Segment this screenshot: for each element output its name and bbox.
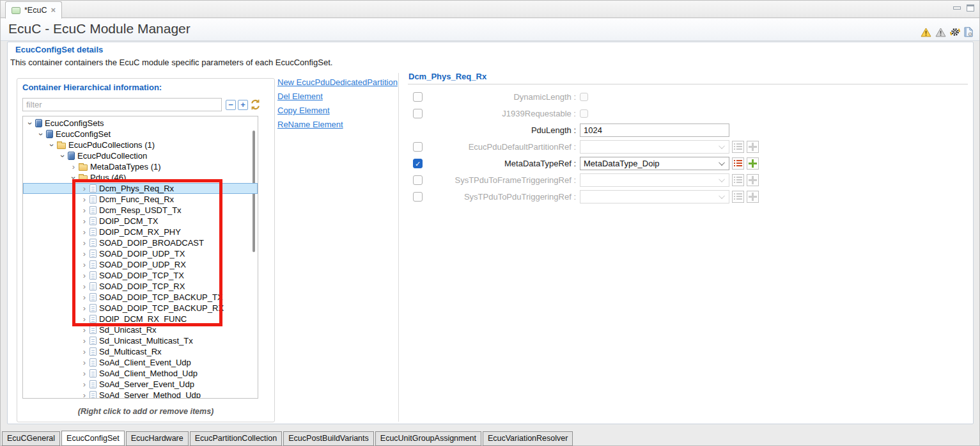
enable-checkbox-checked[interactable] <box>413 159 423 168</box>
collapse-arrow-icon[interactable]: › <box>26 119 35 128</box>
enable-checkbox[interactable] <box>413 109 423 118</box>
section-title: EcucConfigSet details <box>15 45 103 54</box>
chevron-down-icon <box>719 159 725 166</box>
tab-ecucgeneral[interactable]: EcuCGeneral <box>2 431 60 446</box>
tree[interactable]: ›EcucConfigSets›EcucConfigSet›EcucPduCol… <box>22 116 258 399</box>
expand-arrow-icon[interactable]: › <box>80 282 89 291</box>
tree-item-pdus-46[interactable]: ›Pdus (46) <box>23 172 258 183</box>
tree-item-soad-doip-udp-rx[interactable]: ›SOAD_DOIP_UDP_RX <box>23 259 258 270</box>
maximize-icon[interactable] <box>967 4 974 12</box>
enable-checkbox[interactable] <box>413 175 423 185</box>
tree-item-dcm-resp-usdt-tx[interactable]: ›Dcm_Resp_USDT_Tx <box>23 205 258 216</box>
expand-arrow-icon[interactable]: › <box>80 391 89 399</box>
dropdown-metadatatyperef[interactable]: MetaDataType_Doip <box>580 157 729 170</box>
collapse-arrow-icon[interactable]: › <box>47 141 56 150</box>
enable-checkbox[interactable] <box>413 192 423 202</box>
field-control <box>580 123 729 137</box>
expand-arrow-icon[interactable]: › <box>80 239 89 248</box>
tree-item-doip-dcm-rx-func[interactable]: ›DOIP_DCM_RX_FUNC <box>23 314 258 324</box>
minimize-icon[interactable] <box>953 6 961 10</box>
link-new-ecucpdudedicatedpartition[interactable]: New EcucPduDedicatedPartition <box>277 77 402 87</box>
field-input-pdulength[interactable] <box>580 123 729 137</box>
editor-tab-ecuc[interactable]: *EcuC × <box>5 1 62 19</box>
tree-item-ecucconfigset[interactable]: ›EcucConfigSet <box>23 129 258 139</box>
field-label: SysTPduToFrameTriggeringRef : <box>430 175 576 185</box>
value-checkbox[interactable] <box>580 109 588 118</box>
warning-gray-icon[interactable] <box>935 28 946 37</box>
add-reference-button[interactable] <box>747 157 759 170</box>
tree-item-ecucpducollection[interactable]: ›EcucPduCollection <box>23 150 258 161</box>
expand-arrow-icon[interactable]: › <box>80 358 89 367</box>
expand-arrow-icon[interactable]: › <box>80 347 89 356</box>
expand-arrow-icon[interactable]: › <box>80 326 89 335</box>
tree-item-doip-dcm-rx-phy[interactable]: ›DOIP_DCM_RX_PHY <box>23 227 258 237</box>
dropdown-systpdutopdutriggeringref[interactable] <box>580 190 729 203</box>
tree-item-ecucconfigsets[interactable]: ›EcucConfigSets <box>23 118 258 129</box>
tree-item-sd-unicast-rx[interactable]: ›Sd_Unicast_Rx <box>23 324 258 335</box>
expand-arrow-icon[interactable]: › <box>80 206 89 215</box>
container-hierarchy-group: Container Hierarchical information: − + … <box>17 78 275 422</box>
expand-arrow-icon[interactable]: › <box>80 250 89 259</box>
tab-ecucunitgroupassignment[interactable]: EcucUnitGroupAssignment <box>375 431 481 446</box>
expand-arrow-icon[interactable]: › <box>80 195 89 204</box>
tab-ecuchardware[interactable]: EcucHardware <box>126 431 189 446</box>
expand-all-icon[interactable]: + <box>238 100 248 110</box>
panel-divider <box>398 73 399 422</box>
tree-item-soad-doip-tcp-backup-tx[interactable]: ›SOAD_DOIP_TCP_BACKUP_TX <box>23 292 258 303</box>
expand-arrow-icon[interactable]: › <box>80 271 89 280</box>
tree-item-soad-server-method-udp[interactable]: ›SoAd_Server_Method_Udp <box>23 390 258 399</box>
expand-arrow-icon[interactable]: › <box>80 315 89 324</box>
tree-item-dcm-phys-req-rx[interactable]: ›Dcm_Phys_Req_Rx <box>23 183 258 194</box>
expand-arrow-icon[interactable]: › <box>80 293 89 302</box>
tree-item-soad-doip-broadcast[interactable]: ›SOAD_DOIP_BROADCAST <box>23 237 258 248</box>
collapse-arrow-icon[interactable]: › <box>58 152 67 161</box>
generate-document-icon[interactable] <box>964 27 973 37</box>
refresh-icon[interactable] <box>250 99 261 110</box>
validate-gear-icon[interactable] <box>950 27 960 37</box>
tree-item-soad-client-method-udp[interactable]: ›SoAd_Client_Method_Udp <box>23 368 258 379</box>
expand-arrow-icon[interactable]: › <box>69 163 78 171</box>
expand-arrow-icon[interactable]: › <box>80 184 89 193</box>
tree-item-soad-doip-tcp-backup-rx[interactable]: ›SOAD_DOIP_TCP_BACKUP_RX <box>23 303 258 314</box>
tree-item-soad-doip-udp-tx[interactable]: ›SOAD_DOIP_UDP_TX <box>23 248 258 259</box>
expand-arrow-icon[interactable]: › <box>80 369 89 378</box>
enable-checkbox[interactable] <box>413 142 423 152</box>
tree-item-soad-doip-tcp-tx[interactable]: ›SOAD_DOIP_TCP_TX <box>23 270 258 281</box>
expand-arrow-icon[interactable]: › <box>80 380 89 389</box>
expand-arrow-icon[interactable]: › <box>80 228 89 237</box>
enable-checkbox[interactable] <box>413 92 423 102</box>
tree-item-soad-doip-tcp-rx[interactable]: ›SOAD_DOIP_TCP_RX <box>23 281 258 292</box>
link-del-element[interactable]: Del Element <box>277 92 402 101</box>
reference-list-button[interactable] <box>732 157 744 170</box>
warning-yellow-icon[interactable] <box>921 28 931 37</box>
expand-arrow-icon[interactable]: › <box>80 304 89 313</box>
tree-item-ecucpducollections-1[interactable]: ›EcucPduCollections (1) <box>23 139 258 150</box>
expand-arrow-icon[interactable]: › <box>80 260 89 269</box>
tab-ecucpostbuildvariants[interactable]: EcucPostBuildVariants <box>283 431 374 446</box>
tree-item-dcm-func-req-rx[interactable]: ›Dcm_Func_Req_Rx <box>23 194 258 205</box>
collapse-all-icon[interactable]: − <box>226 100 236 110</box>
dropdown-systpdutoframetriggeringref[interactable] <box>580 173 729 187</box>
filter-input[interactable] <box>22 98 222 111</box>
collapse-arrow-icon[interactable]: › <box>69 173 78 182</box>
tab-ecucconfigset[interactable]: EcucConfigSet <box>61 431 125 446</box>
tree-item-doip-dcm-tx[interactable]: ›DOIP_DCM_TX <box>23 216 258 227</box>
collapse-arrow-icon[interactable]: › <box>36 130 45 139</box>
dropdown-ecucpdudefaultpartitionref[interactable] <box>580 140 729 154</box>
tab-ecucvariationresolver[interactable]: EcucVariationResolver <box>483 431 573 446</box>
link-copy-element[interactable]: Copy Element <box>277 106 402 115</box>
tree-item-sd-multicast-rx[interactable]: ›Sd_Multicast_Rx <box>23 346 258 357</box>
field-label: DynamicLength : <box>430 92 576 102</box>
tree-item-label: SOAD_DOIP_TCP_RX <box>99 282 185 291</box>
tree-item-soad-client-event-udp[interactable]: ›SoAd_Client_Event_Udp <box>23 357 258 368</box>
tree-item-label: SoAd_Client_Method_Udp <box>99 369 198 378</box>
tab-ecucpartitioncollection[interactable]: EcucPartitionCollection <box>190 431 283 446</box>
expand-arrow-icon[interactable]: › <box>80 337 89 346</box>
expand-arrow-icon[interactable]: › <box>80 217 89 226</box>
tree-item-metadatatypes-1[interactable]: ›MetaDataTypes (1) <box>23 161 258 172</box>
close-icon[interactable]: × <box>51 7 56 13</box>
value-checkbox[interactable] <box>580 93 588 101</box>
tree-item-sd-unicast-multicast-tx[interactable]: ›Sd_Unicast_Multicast_Tx <box>23 335 258 346</box>
link-rename-element[interactable]: ReName Element <box>277 120 402 129</box>
tree-item-soad-server-event-udp[interactable]: ›SoAd_Server_Event_Udp <box>23 379 258 390</box>
